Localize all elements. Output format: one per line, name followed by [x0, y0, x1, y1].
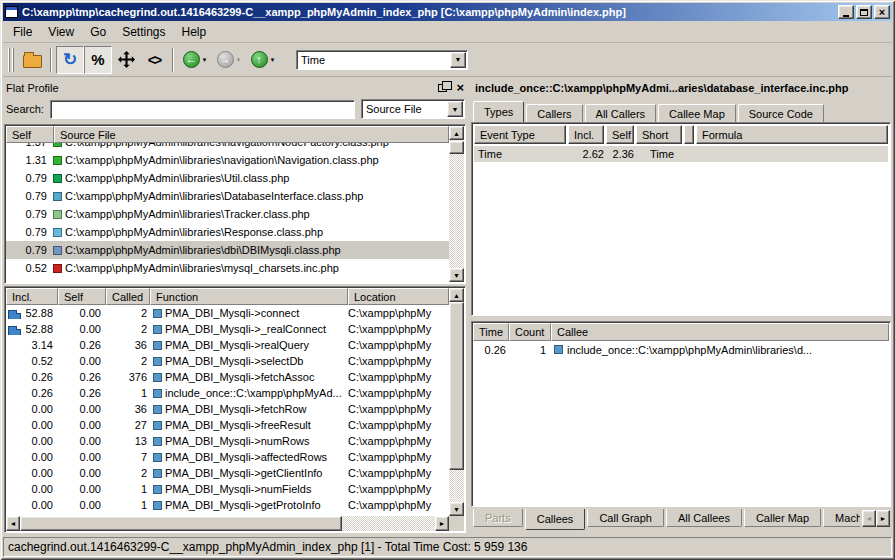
column-header-incl[interactable]: Incl.	[568, 125, 604, 144]
bottom-tab[interactable]: Machine Code	[823, 509, 860, 527]
called-count: 1	[106, 483, 150, 495]
source-list-scrollbar[interactable]: ▲ ▼	[449, 126, 464, 282]
detail-tab[interactable]: Callers	[526, 104, 582, 122]
function-row[interactable]: 52.88 0.00 2 PMA_DBI_Mysqli->_realConnec…	[6, 321, 449, 337]
column-header-self[interactable]: Self	[606, 125, 634, 144]
function-row[interactable]: 0.52 0.00 2 PMA_DBI_Mysqli->selectDb C:\…	[6, 353, 449, 369]
source-file-row[interactable]: 0.52 C:\xampp\phpMyAdmin\libraries\user_…	[6, 277, 449, 282]
tab-scroll-left-button[interactable]: ◄	[862, 510, 876, 527]
scrollbar-thumb[interactable]	[449, 302, 464, 470]
function-row[interactable]: 0.00 0.00 13 PMA_DBI_Mysqli->numRows C:\…	[6, 433, 449, 449]
dock-close-icon[interactable]: ×	[456, 83, 464, 93]
forward-button[interactable]: →▼	[212, 46, 246, 74]
location-value: C:\xampp\phpMy	[348, 371, 449, 383]
detail-tab[interactable]: Callee Map	[658, 104, 736, 122]
column-header-called[interactable]: Called	[106, 288, 150, 305]
detail-tab[interactable]: Source Code	[738, 104, 824, 122]
scrollbar-track[interactable]	[449, 140, 464, 268]
scroll-right-button[interactable]: ►	[435, 516, 449, 531]
function-row[interactable]: 0.00 0.00 2 PMA_DBI_Mysqli->getClientInf…	[6, 465, 449, 481]
column-header-location[interactable]: Location	[348, 288, 449, 305]
called-count: 36	[106, 339, 150, 351]
column-header-formula[interactable]: Formula	[696, 125, 888, 144]
column-header-count[interactable]: Count	[509, 323, 551, 341]
bottom-tab[interactable]: Callees	[525, 509, 586, 530]
function-row[interactable]: 0.26 0.26 376 PMA_DBI_Mysqli->fetchAssoc…	[6, 369, 449, 385]
open-file-button[interactable]	[18, 46, 46, 74]
toolbar-handle[interactable]	[8, 48, 15, 72]
column-header-time[interactable]: Time	[473, 323, 509, 341]
detail-tab[interactable]: Types	[473, 101, 524, 122]
scroll-up-button[interactable]: ▲	[449, 126, 464, 140]
function-row[interactable]: 0.26 0.26 1 include_once::C:\xampp\phpMy…	[6, 385, 449, 401]
function-row[interactable]: 0.00 0.00 7 PMA_DBI_Mysqli->affectedRows…	[6, 449, 449, 465]
menu-item[interactable]: File	[5, 22, 40, 42]
relative-cost-button[interactable]	[140, 46, 168, 74]
function-row[interactable]: 3.14 0.26 36 PMA_DBI_Mysqli->realQuery C…	[6, 337, 449, 353]
arrow-down-icon: ▼	[453, 506, 460, 513]
menu-item[interactable]: Go	[82, 22, 114, 42]
column-header-incl[interactable]: Incl.	[6, 288, 58, 305]
title-bar[interactable]: C:\xampp\tmp\cachegrind.out.1416463299-C…	[3, 3, 892, 21]
function-list-hscrollbar[interactable]: ◄ ►	[6, 516, 449, 531]
source-file-row[interactable]: 1.31 C:\xampp\phpMyAdmin\libraries\navig…	[6, 151, 449, 169]
combo-dropdown-button[interactable]: ▼	[450, 52, 466, 68]
source-file-row[interactable]: 0.52 C:\xampp\phpMyAdmin\libraries\mysql…	[6, 259, 449, 277]
up-dropdown-icon[interactable]: ▼	[270, 57, 276, 63]
callee-row[interactable]: 0.26 1 include_once::C:\xampp\phpMyAdmin…	[473, 341, 889, 358]
column-header-self[interactable]: Self	[58, 288, 106, 305]
function-list-vscrollbar[interactable]: ▲ ▼	[449, 288, 464, 516]
scroll-down-button[interactable]: ▼	[449, 268, 464, 282]
event-type-select[interactable]: Time ▼	[296, 50, 468, 70]
tab-scroll-right-button[interactable]: ►	[876, 510, 890, 527]
cycle-detection-button[interactable]	[56, 46, 84, 74]
scroll-left-button[interactable]: ◄	[6, 516, 20, 531]
bottom-tab-label: Parts	[485, 512, 511, 524]
column-header-event-type[interactable]: Event Type	[474, 125, 566, 144]
source-file-row[interactable]: 0.79 C:\xampp\phpMyAdmin\libraries\dbi\D…	[6, 241, 449, 259]
function-row[interactable]: 0.00 0.00 27 PMA_DBI_Mysqli->freeResult …	[6, 417, 449, 433]
scrollbar-thumb[interactable]	[20, 516, 342, 531]
scrollbar-track[interactable]	[449, 302, 464, 502]
function-row[interactable]: 0.00 0.00 36 PMA_DBI_Mysqli->fetchRow C:…	[6, 401, 449, 417]
source-file-row[interactable]: 0.79 C:\xampp\phpMyAdmin\libraries\Respo…	[6, 223, 449, 241]
source-file-row[interactable]: 1.37 C:\xampp\phpMyAdmin\libraries\navig…	[6, 143, 449, 151]
function-row[interactable]: 0.00 0.00 1 PMA_DBI_Mysqli->getProtoInfo…	[6, 497, 449, 513]
bottom-tab[interactable]: All Callees	[666, 509, 742, 527]
bottom-tab[interactable]: Call Graph	[587, 509, 664, 527]
search-input[interactable]	[50, 100, 355, 119]
group-by-select[interactable]: Source File ▼	[361, 99, 465, 119]
column-header-short[interactable]: Short	[636, 125, 682, 144]
column-header-callee[interactable]: Callee	[551, 323, 889, 341]
scroll-up-button[interactable]: ▲	[449, 288, 464, 302]
menu-item[interactable]: View	[40, 22, 82, 42]
scrollbar-track[interactable]	[20, 516, 435, 531]
up-button[interactable]: ↑▼	[246, 46, 280, 74]
close-button[interactable]: ×	[874, 5, 890, 19]
function-row[interactable]: 52.88 0.00 2 PMA_DBI_Mysqli->connect C:\…	[6, 305, 449, 321]
source-file-row[interactable]: 0.79 C:\xampp\phpMyAdmin\libraries\Track…	[6, 205, 449, 223]
function-row[interactable]: 0.00 0.00 1 PMA_DBI_Mysqli->numFields C:…	[6, 481, 449, 497]
scroll-down-button[interactable]: ▼	[449, 502, 464, 516]
minimize-button[interactable]	[838, 5, 854, 19]
expand-cost-button[interactable]	[112, 46, 140, 74]
event-type-row[interactable]: Time 2.62 2.36 Time	[474, 146, 888, 162]
back-dropdown-icon[interactable]: ▼	[202, 57, 208, 63]
back-button[interactable]: ←▼	[178, 46, 212, 74]
scrollbar-thumb[interactable]	[449, 141, 464, 154]
bottom-tab[interactable]: Caller Map	[744, 509, 821, 527]
function-name: PMA_DBI_Mysqli->connect	[165, 307, 299, 319]
menu-item[interactable]: Help	[174, 22, 215, 42]
percent-relative-button[interactable]	[84, 46, 112, 74]
menu-item[interactable]: Settings	[114, 22, 173, 42]
detail-tab[interactable]: All Callers	[585, 104, 657, 122]
column-header-self[interactable]: Self	[6, 126, 54, 143]
maximize-button[interactable]	[856, 5, 872, 19]
dock-float-icon[interactable]	[438, 84, 447, 92]
bottom-tab[interactable]: Parts	[473, 509, 523, 527]
source-file-row[interactable]: 0.79 C:\xampp\phpMyAdmin\libraries\Util.…	[6, 169, 449, 187]
source-file-row[interactable]: 0.79 C:\xampp\phpMyAdmin\libraries\Datab…	[6, 187, 449, 205]
column-header-source-file[interactable]: Source File	[54, 126, 449, 143]
column-header-function[interactable]: Function	[150, 288, 348, 305]
combo-dropdown-button[interactable]: ▼	[447, 101, 463, 117]
